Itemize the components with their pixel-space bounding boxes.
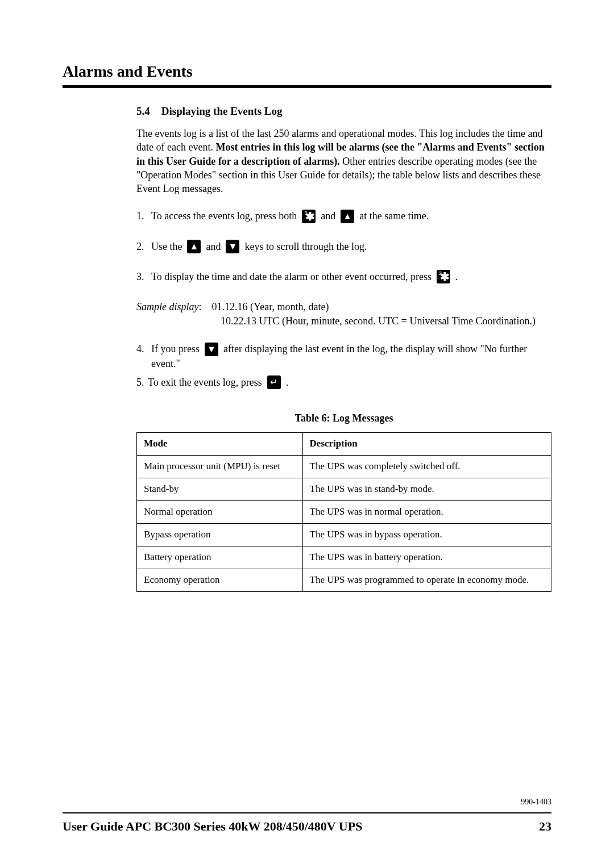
step-2: 2. Use the ▲ and ▼ keys to scroll throug… xyxy=(136,240,551,254)
step-1-text-b: and xyxy=(321,209,335,223)
up-arrow-icon: ▲ xyxy=(187,240,201,253)
cell-mode: Main processor unit (MPU) is reset xyxy=(137,455,303,478)
step-1-text-c: at the same time. xyxy=(359,209,429,223)
page-number: 23 xyxy=(539,819,551,834)
table-row: Main processor unit (MPU) is resetThe UP… xyxy=(137,455,551,478)
section-number: 5.4 xyxy=(136,105,150,118)
table-row: Bypass operationThe UPS was in bypass op… xyxy=(137,523,551,546)
step-4: 4. If you press ▼ after displaying the l… xyxy=(136,342,551,370)
sample-line2: 10.22.13 UTC (Hour, minute, second. UTC … xyxy=(221,314,551,328)
footer-guide-title: User Guide APC BC300 Series 40kW 208/450… xyxy=(63,819,362,834)
asterisk-2-icon: 2 ✱ xyxy=(437,270,450,283)
sample-label: Sample display xyxy=(136,301,199,312)
table-header-row: Mode Description xyxy=(137,432,551,455)
enter-icon: ↵ xyxy=(267,375,281,389)
cell-desc: The UPS was programmed to operate in eco… xyxy=(302,569,551,591)
step-1-num: 1. xyxy=(136,209,151,223)
step-3-text-a: To display the time and date the alarm o… xyxy=(151,270,432,284)
table-caption: Table 6: Log Messages xyxy=(136,412,551,424)
section-heading: 5.4 Displaying the Events Log xyxy=(136,105,551,118)
section-title: Displaying the Events Log xyxy=(161,105,283,118)
cell-desc: The UPS was in normal operation. xyxy=(302,500,551,523)
down-arrow-icon: ▼ xyxy=(226,240,239,253)
step-1-text-a: To access the events log, press both xyxy=(151,209,297,223)
intro-paragraph: The events log is a list of the last 250… xyxy=(136,127,551,195)
step-3: 3. To display the time and date the alar… xyxy=(136,270,551,284)
cell-desc: The UPS was in bypass operation. xyxy=(302,523,551,546)
step-4-num: 4. xyxy=(136,342,151,356)
footer-rule xyxy=(63,812,551,813)
step-2-text-c: keys to scroll through the log. xyxy=(244,240,367,254)
cell-mode: Economy operation xyxy=(137,569,303,591)
step-2-text-a: Use the xyxy=(151,240,182,254)
asterisk-3-icon: 3 ✱ xyxy=(302,210,316,223)
log-messages-table: Mode Description Main processor unit (MP… xyxy=(136,432,551,592)
step-4-text-a: If you press xyxy=(151,342,200,356)
table-row: Battery operationThe UPS was in battery … xyxy=(137,546,551,569)
doc-id: 990-1403 xyxy=(63,798,551,807)
table-row: Stand-byThe UPS was in stand-by mode. xyxy=(137,478,551,500)
step-4-text-b: after displaying the last event in the l… xyxy=(223,342,527,356)
step-3-num: 3. xyxy=(136,270,151,284)
cell-mode: Stand-by xyxy=(137,478,303,500)
up-arrow-icon: ▲ xyxy=(341,210,354,223)
step-5-text-b: . xyxy=(286,375,289,390)
step-4-text-c: event." xyxy=(151,357,551,371)
step-2-num: 2. xyxy=(136,240,151,254)
cell-mode: Battery operation xyxy=(137,546,303,569)
sample-display: Sample display: 01.12.16 (Year, month, d… xyxy=(136,300,551,328)
page-title: Alarms and Events xyxy=(63,62,551,81)
col-desc: Description xyxy=(302,432,551,455)
cell-desc: The UPS was completely switched off. xyxy=(302,455,551,478)
sample-colon: : xyxy=(199,301,202,312)
table-row: Normal operationThe UPS was in normal op… xyxy=(137,500,551,523)
cell-desc: The UPS was in stand-by mode. xyxy=(302,478,551,500)
step-5-text-a: To exit the events log, press xyxy=(148,375,262,390)
cell-mode: Normal operation xyxy=(137,500,303,523)
col-mode: Mode xyxy=(137,432,303,455)
cell-mode: Bypass operation xyxy=(137,523,303,546)
sample-line1: 01.12.16 (Year, month, date) xyxy=(212,301,329,312)
step-1: 1. To access the events log, press both … xyxy=(136,209,551,223)
step-5: 5. To exit the events log, press ↵ . xyxy=(136,375,551,390)
cell-desc: The UPS was in battery operation. xyxy=(302,546,551,569)
content-block: 5.4 Displaying the Events Log The events… xyxy=(136,105,551,592)
footer: User Guide APC BC300 Series 40kW 208/450… xyxy=(63,819,551,834)
title-rule xyxy=(63,85,551,88)
step-3-text-b: . xyxy=(455,270,458,284)
down-arrow-icon: ▼ xyxy=(205,343,218,356)
step-2-text-b: and xyxy=(206,240,221,254)
table-row: Economy operationThe UPS was programmed … xyxy=(137,569,551,591)
